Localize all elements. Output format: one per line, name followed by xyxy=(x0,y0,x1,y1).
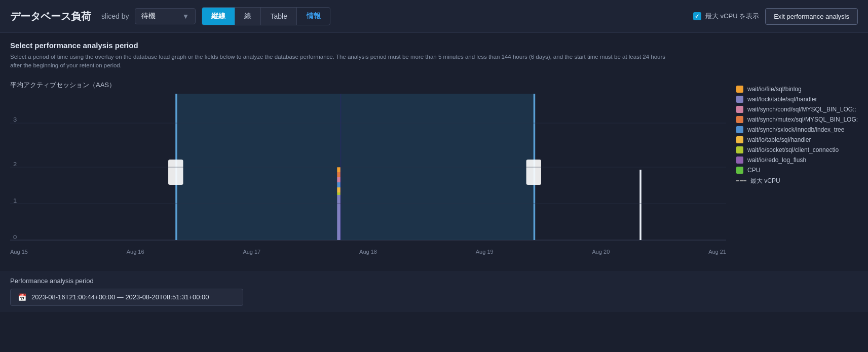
x-label-aug15: Aug 15 xyxy=(10,249,28,255)
legend-dashed-maxvcpu xyxy=(736,180,746,181)
analysis-title: Select performance analysis period xyxy=(10,41,858,50)
legend-item-binlog: wait/io/file/sql/binlog xyxy=(736,86,848,93)
chart-container[interactable]: 3 2 1 0 xyxy=(10,94,726,246)
x-label-aug20: Aug 20 xyxy=(592,249,610,255)
legend-label-cpu: CPU xyxy=(747,167,760,174)
legend-item-cpu: CPU xyxy=(736,167,848,174)
main-content: Select performance analysis period Selec… xyxy=(0,33,868,263)
chart-area: 平均アクティブセッション（AAS） xyxy=(10,81,726,255)
legend-label-mutex: wait/synch/mutex/sql/MYSQL_BIN_LOG: xyxy=(747,116,858,123)
svg-rect-6 xyxy=(526,160,541,185)
legend-item-iotable: wait/io/table/sql/handler xyxy=(736,136,848,143)
period-value: 2023-08-16T21:00:44+00:00 — 2023-08-20T0… xyxy=(31,293,209,301)
legend-color-sxlock xyxy=(736,126,743,133)
calendar-icon: 📅 xyxy=(18,293,26,301)
svg-text:3: 3 xyxy=(13,116,17,123)
performance-period-section: Performance analysis period 📅 2023-08-16… xyxy=(0,271,868,312)
view-tab-group: 縦線 線 Table 情報 xyxy=(202,7,330,25)
tab-bar[interactable]: 縦線 xyxy=(202,8,235,25)
legend-label-sxlock: wait/synch/sxlock/innodb/index_tree xyxy=(747,126,844,133)
legend-label-redo: wait/io/redo_log_flush xyxy=(747,157,806,164)
svg-text:2: 2 xyxy=(13,161,17,167)
legend-label-iotable: wait/io/table/sql/handler xyxy=(747,136,811,143)
chart-svg: 3 2 1 0 xyxy=(10,94,726,246)
legend-label-handler: wait/lock/table/sql/handler xyxy=(747,96,817,103)
performance-period-label: Performance analysis period xyxy=(10,277,858,285)
chart-title: 平均アクティブセッション（AAS） xyxy=(10,81,726,90)
x-label-aug16: Aug 16 xyxy=(127,249,144,255)
chart-section: 平均アクティブセッション（AAS） xyxy=(10,81,858,255)
legend-color-socket xyxy=(736,146,743,153)
chart-legend: wait/io/file/sql/binlog wait/lock/table/… xyxy=(726,81,858,255)
max-vcpu-checkbox[interactable] xyxy=(693,12,701,20)
max-vcpu-label: 最大 vCPU を表示 xyxy=(705,12,759,21)
svg-rect-14 xyxy=(340,94,341,240)
legend-item-maxvcpu: 最大 vCPU xyxy=(736,177,848,185)
legend-color-binlog xyxy=(736,86,743,93)
page-header: データベース負荷 sliced by 待機 ▼ 縦線 線 Table 情報 最大… xyxy=(0,0,868,33)
legend-label-maxvcpu: 最大 vCPU xyxy=(750,177,780,185)
svg-rect-4 xyxy=(168,160,183,185)
legend-item-handler: wait/lock/table/sql/handler xyxy=(736,96,848,103)
tab-info[interactable]: 情報 xyxy=(297,8,330,25)
exit-performance-button[interactable]: Exit performance analysis xyxy=(765,8,858,25)
dropdown-arrow-icon: ▼ xyxy=(182,12,190,20)
sliced-by-label: sliced by xyxy=(101,12,129,20)
legend-label-binlog: wait/io/file/sql/binlog xyxy=(747,86,802,93)
svg-rect-15 xyxy=(639,170,641,240)
period-input[interactable]: 📅 2023-08-16T21:00:44+00:00 — 2023-08-20… xyxy=(10,289,243,306)
legend-color-mutex xyxy=(736,116,743,123)
tab-table[interactable]: Table xyxy=(261,8,296,25)
svg-rect-2 xyxy=(177,94,535,240)
legend-color-cond xyxy=(736,106,743,113)
legend-item-socket: wait/io/socket/sql/client_connectio xyxy=(736,146,848,153)
x-label-aug19: Aug 19 xyxy=(476,249,494,255)
x-label-aug17: Aug 17 xyxy=(243,249,260,255)
svg-text:0: 0 xyxy=(13,233,17,240)
x-label-aug18: Aug 18 xyxy=(359,249,377,255)
x-axis-labels: Aug 15 Aug 16 Aug 17 Aug 18 Aug 19 Aug 2… xyxy=(10,246,726,255)
legend-item-mutex: wait/synch/mutex/sql/MYSQL_BIN_LOG: xyxy=(736,116,848,123)
sliced-by-dropdown[interactable]: 待機 ▼ xyxy=(135,8,196,24)
tab-line[interactable]: 線 xyxy=(235,8,261,25)
legend-color-handler xyxy=(736,96,743,103)
legend-item-cond: wait/synch/cond/sql/MYSQL_BIN_LOG:: xyxy=(736,106,848,113)
max-vcpu-toggle[interactable]: 最大 vCPU を表示 xyxy=(693,12,759,21)
legend-color-redo xyxy=(736,157,743,164)
legend-item-redo: wait/io/redo_log_flush xyxy=(736,157,848,164)
legend-label-socket: wait/io/socket/sql/client_connectio xyxy=(747,146,839,153)
legend-label-cond: wait/synch/cond/sql/MYSQL_BIN_LOG:: xyxy=(747,106,856,113)
legend-color-iotable xyxy=(736,136,743,143)
legend-item-sxlock: wait/synch/sxlock/innodb/index_tree xyxy=(736,126,848,133)
x-label-aug21: Aug 21 xyxy=(708,249,726,255)
svg-text:1: 1 xyxy=(13,197,17,204)
analysis-description: Select a period of time using the overla… xyxy=(10,53,669,70)
page-title: データベース負荷 xyxy=(10,10,91,23)
analysis-header: Select performance analysis period Selec… xyxy=(10,41,858,70)
dropdown-value: 待機 xyxy=(141,12,156,21)
legend-color-cpu xyxy=(736,167,743,174)
